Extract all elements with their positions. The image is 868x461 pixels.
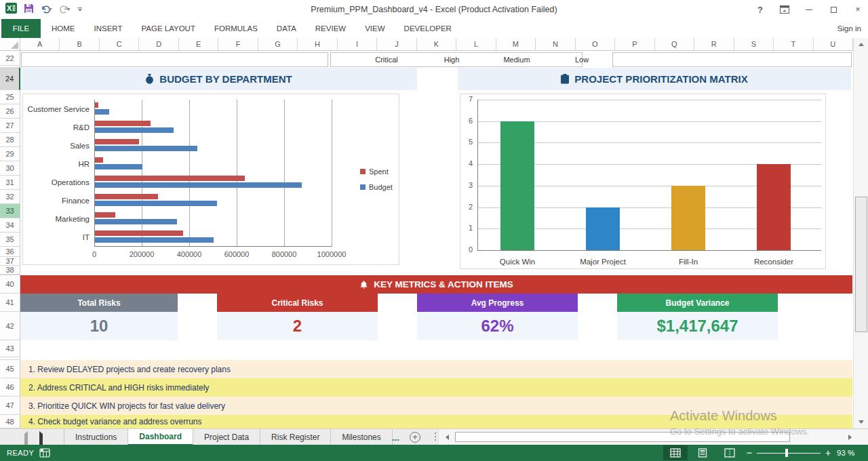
row-header-26[interactable]: 26 xyxy=(0,104,20,119)
matrix-chart-title-band[interactable]: PROJECT PRIORITIZATION MATRIX xyxy=(458,68,851,90)
zoom-out-button[interactable]: − xyxy=(745,445,754,461)
row-header-40[interactable]: 40 xyxy=(0,275,20,294)
row-header-30[interactable]: 30 xyxy=(0,161,20,176)
ribbon-tab-insert[interactable]: INSERT xyxy=(85,19,132,38)
column-header-u[interactable]: U xyxy=(814,38,853,51)
column-header-d[interactable]: D xyxy=(139,38,178,51)
metric-card-header-avg-progress[interactable]: Avg Progress xyxy=(417,294,578,312)
action-item-3[interactable]: 3. Prioritize QUICK WIN projects for fas… xyxy=(20,397,852,415)
column-header-a[interactable]: A xyxy=(20,38,60,51)
macro-record-button[interactable] xyxy=(38,447,52,459)
column-header-g[interactable]: G xyxy=(258,38,298,51)
budget-by-department-chart[interactable]: 02000004000006000008000001000000Customer… xyxy=(22,94,399,265)
row-header-24[interactable]: 24 xyxy=(0,68,20,90)
budget-chart-title-band[interactable]: BUDGET BY DEPARTMENT xyxy=(20,68,417,90)
scroll-down-button[interactable] xyxy=(854,416,868,428)
cell-box-left[interactable] xyxy=(21,52,328,67)
minimize-button[interactable] xyxy=(802,3,816,16)
ribbon-display-options-button[interactable] xyxy=(777,3,792,16)
row-header-33[interactable]: 33 xyxy=(0,204,20,218)
new-sheet-button[interactable]: + xyxy=(410,432,420,443)
row-header-43[interactable]: 43 xyxy=(0,340,20,357)
column-header-n[interactable]: N xyxy=(536,38,575,51)
sheet-tab-instructions[interactable]: Instructions xyxy=(64,429,128,445)
metric-card-value-critical-risks[interactable]: 2 xyxy=(217,312,378,340)
tab-scroll-splitter[interactable] xyxy=(434,433,436,441)
column-header-j[interactable]: J xyxy=(377,38,416,51)
close-button[interactable]: × xyxy=(850,3,865,16)
column-header-f[interactable]: F xyxy=(218,38,258,51)
ribbon-tab-formulas[interactable]: FORMULAS xyxy=(205,19,267,38)
metric-card-value-total-risks[interactable]: 10 xyxy=(20,312,178,340)
zoom-in-button[interactable]: + xyxy=(823,445,833,461)
sheet-tab-risk-register[interactable]: Risk Register xyxy=(260,429,331,445)
row-header-25[interactable]: 25 xyxy=(0,90,20,104)
metric-card-value-budget-variance[interactable]: $1,417,647 xyxy=(617,312,778,340)
row-header-38[interactable]: 38 xyxy=(0,266,20,275)
sign-in-link[interactable]: Sign in xyxy=(837,19,861,38)
row-header-45[interactable]: 45 xyxy=(0,360,20,378)
scroll-up-button[interactable] xyxy=(854,38,868,51)
select-all-corner[interactable] xyxy=(0,38,20,51)
row-header-32[interactable]: 32 xyxy=(0,190,20,204)
action-item-1[interactable]: 1. Review DELAYED projects and create re… xyxy=(20,360,852,378)
row-header-34[interactable]: 34 xyxy=(0,218,20,233)
vertical-scroll-thumb[interactable] xyxy=(855,197,867,332)
metric-card-header-critical-risks[interactable]: Critical Risks xyxy=(217,294,378,312)
row-header-31[interactable]: 31 xyxy=(0,176,20,190)
restore-button[interactable] xyxy=(826,3,841,16)
vertical-scrollbar[interactable] xyxy=(853,38,868,428)
column-header-o[interactable]: O xyxy=(576,38,615,51)
row-header-47[interactable]: 47 xyxy=(0,397,20,415)
ribbon-tab-developer[interactable]: DEVELOPER xyxy=(395,19,461,38)
key-metrics-banner[interactable]: KEY METRICS & ACTION ITEMS xyxy=(20,275,852,294)
zoom-slider-track[interactable] xyxy=(757,453,821,454)
sheet-tab-milestones[interactable]: Milestones xyxy=(331,429,392,445)
zoom-level[interactable]: 93 % xyxy=(837,445,854,461)
ribbon-tab-page-layout[interactable]: PAGE LAYOUT xyxy=(132,19,204,38)
project-prioritization-chart[interactable]: 01234567Quick WinMajor ProjectFill-InRec… xyxy=(460,94,826,269)
action-item-4[interactable]: 4. Check budget variance and address ove… xyxy=(20,415,852,428)
normal-view-button[interactable] xyxy=(663,445,688,460)
column-header-b[interactable]: B xyxy=(60,38,99,51)
column-header-q[interactable]: Q xyxy=(655,38,694,51)
row-header-27[interactable]: 27 xyxy=(0,119,20,133)
row-header-48[interactable]: 48 xyxy=(0,415,20,428)
scroll-left-button[interactable] xyxy=(441,432,452,442)
column-header-h[interactable]: H xyxy=(298,38,337,51)
help-button[interactable]: ? xyxy=(753,3,768,16)
row-header-29[interactable]: 29 xyxy=(0,147,20,161)
row-header-46[interactable]: 46 xyxy=(0,378,20,397)
column-header-e[interactable]: E xyxy=(179,38,218,51)
column-header-l[interactable]: L xyxy=(456,38,496,51)
row-header-42[interactable]: 42 xyxy=(0,312,20,340)
horizontal-scrollbar[interactable] xyxy=(438,429,868,445)
zoom-slider-thumb[interactable] xyxy=(785,449,788,457)
page-layout-view-button[interactable] xyxy=(690,445,715,460)
metric-card-value-avg-progress[interactable]: 62% xyxy=(417,312,578,340)
column-header-s[interactable]: S xyxy=(734,38,774,51)
column-header-k[interactable]: K xyxy=(417,38,456,51)
column-header-t[interactable]: T xyxy=(774,38,813,51)
column-header-m[interactable]: M xyxy=(496,38,536,51)
metric-card-header-budget-variance[interactable]: Budget Variance xyxy=(617,294,778,312)
metric-card-header-total-risks[interactable]: Total Risks xyxy=(20,294,178,312)
ribbon-tab-file[interactable]: FILE xyxy=(1,19,41,38)
column-header-c[interactable]: C xyxy=(100,38,139,51)
row-header-35[interactable]: 35 xyxy=(0,233,20,247)
ribbon-tab-review[interactable]: REVIEW xyxy=(306,19,355,38)
row-header-22[interactable]: 22 xyxy=(0,51,20,66)
row-header-28[interactable]: 28 xyxy=(0,133,20,147)
horizontal-scroll-thumb[interactable] xyxy=(455,432,790,442)
ribbon-tab-home[interactable]: HOME xyxy=(42,19,85,38)
ribbon-tab-data[interactable]: DATA xyxy=(267,19,306,38)
more-sheets-indicator[interactable]: ... xyxy=(392,429,399,445)
page-break-preview-button[interactable] xyxy=(717,445,742,460)
column-header-i[interactable]: I xyxy=(338,38,377,51)
column-header-r[interactable]: R xyxy=(694,38,734,51)
sheet-tab-dashboard[interactable]: Dashboard xyxy=(128,429,193,445)
cell-box-right[interactable] xyxy=(612,52,852,67)
action-item-2[interactable]: 2. Address CRITICAL and HIGH risks immed… xyxy=(20,378,852,397)
row-header-41[interactable]: 41 xyxy=(0,294,20,312)
ribbon-tab-view[interactable]: VIEW xyxy=(355,19,394,38)
